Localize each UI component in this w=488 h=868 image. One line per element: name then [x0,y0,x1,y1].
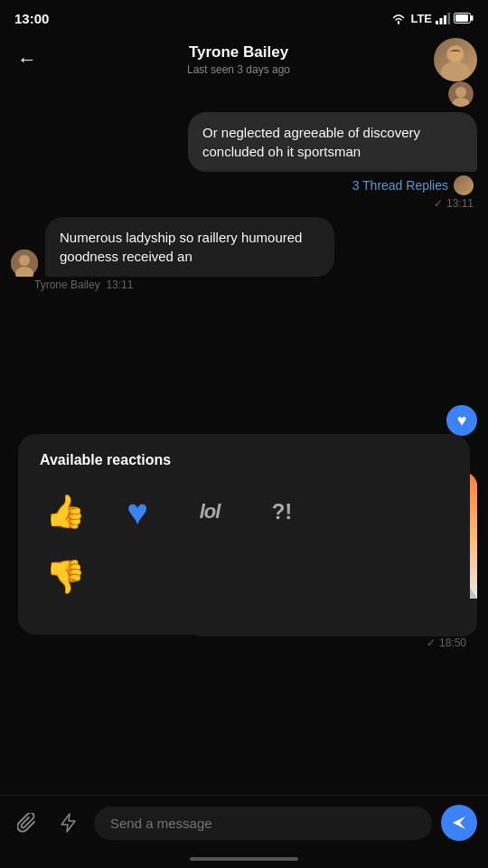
svg-rect-5 [471,15,474,21]
reactions-title: Available reactions [40,452,448,468]
bolt-icon [61,813,77,833]
incoming-message-1: Numerous ladyship so raillery humoured g… [45,217,334,277]
svg-rect-1 [440,18,443,24]
thread-replies-link[interactable]: 3 Thread Replies [352,178,448,193]
tyrone-avatar [11,250,38,277]
message-input[interactable] [94,807,432,840]
contact-name: Tyrone Bailey [43,43,434,61]
status-time: 13:00 [14,11,49,26]
check-icon-1: ✓ [434,197,443,210]
reaction-question-exclaim[interactable]: ?! [257,486,307,537]
signal-icon [436,12,450,24]
heart-icon: ♥ [127,492,148,533]
contact-avatar[interactable] [434,38,477,81]
svg-point-9 [448,47,463,61]
incoming-msg-1-meta: Tyrone Bailey 13:11 [34,278,488,291]
media-time: ✓ 18:50 [11,637,477,656]
outgoing-message-1: Or neglected agreeable of discovery conc… [188,112,477,172]
reactions-popup: Available reactions 👍 ♥ lol ?! 👎 [18,434,470,635]
contact-status: Last seen 3 days ago [43,63,434,76]
check-icon-3: ✓ [427,637,436,649]
lte-label: LTE [410,12,432,25]
status-icons: LTE [390,12,474,25]
wifi-icon [390,12,407,24]
svg-rect-0 [436,21,438,24]
attachment-icon [17,813,37,833]
battery-icon [454,13,474,24]
thread-avatar [454,175,474,195]
home-indicator [190,857,298,861]
bolt-button[interactable] [52,807,85,839]
reactions-row-1: 👍 ♥ lol ?! [40,486,448,537]
sender-avatar-small [448,81,474,107]
back-button[interactable]: ← [11,43,43,76]
avatar-image [434,38,477,81]
reaction-lol[interactable]: lol [184,486,235,537]
outgoing-msg-1-meta: ✓ 13:11 [11,197,477,210]
reaction-heart[interactable]: ♥ [112,486,163,537]
reaction-thumbsdown[interactable]: 👎 [40,552,90,602]
back-arrow-icon: ← [17,48,37,71]
send-icon [451,815,467,831]
reaction-thumbsup[interactable]: 👍 [40,486,90,537]
svg-rect-2 [444,15,446,24]
chat-area: Or neglected agreeable of discovery conc… [0,81,488,788]
reactions-row-2: 👎 [40,552,448,602]
header-info: Tyrone Bailey Last seen 3 days ago [43,43,434,76]
attachment-button[interactable] [11,807,43,839]
thread-replies-row[interactable]: 3 Thread Replies [11,175,477,195]
send-button[interactable] [441,805,477,841]
svg-rect-6 [455,14,468,22]
avatar-svg [434,38,477,81]
svg-rect-3 [448,13,451,24]
floating-heart-badge: ♥ [446,405,477,436]
svg-point-11 [455,87,466,98]
tyrone-avatar-svg [11,250,38,277]
status-bar: 13:00 LTE [0,0,488,33]
svg-point-8 [441,61,470,81]
svg-point-14 [19,255,30,266]
